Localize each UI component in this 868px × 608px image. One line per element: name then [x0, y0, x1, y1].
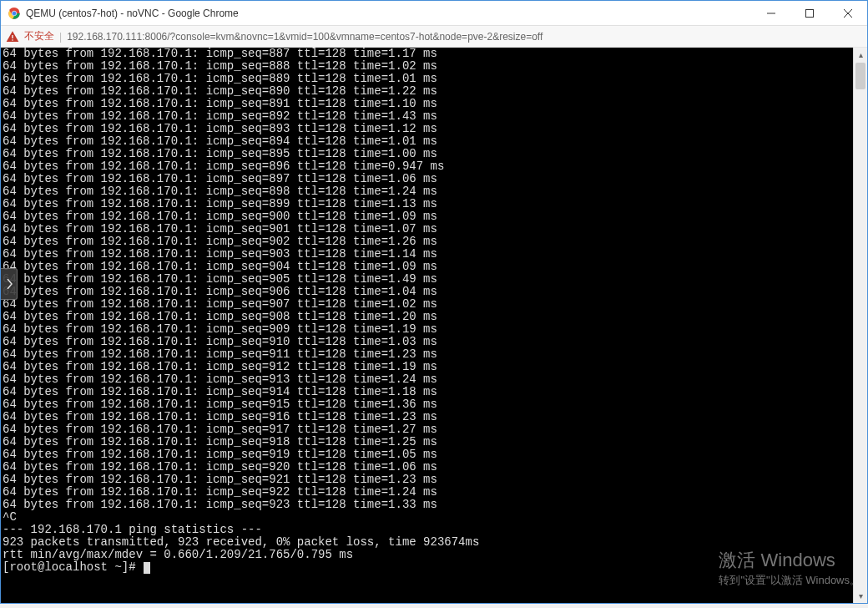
terminal-line: 64 bytes from 192.168.170.1: icmp_seq=89…	[3, 160, 865, 173]
terminal-line: 64 bytes from 192.168.170.1: icmp_seq=88…	[3, 60, 865, 73]
titlebar[interactable]: QEMU (centos7-hot) - noVNC - Google Chro…	[1, 1, 867, 26]
maximize-button[interactable]	[790, 1, 829, 26]
terminal-line: 64 bytes from 192.168.170.1: icmp_seq=90…	[3, 286, 865, 298]
terminal-line: 64 bytes from 192.168.170.1: icmp_seq=90…	[3, 248, 865, 261]
window-title: QEMU (centos7-hot) - noVNC - Google Chro…	[26, 8, 752, 19]
vertical-scrollbar[interactable]: ▴ ▾	[853, 48, 867, 603]
terminal-line: 64 bytes from 192.168.170.1: icmp_seq=90…	[3, 298, 865, 311]
address-bar[interactable]: 不安全 | 192.168.170.111:8006/?console=kvm&…	[1, 26, 867, 48]
terminal-line: 64 bytes from 192.168.170.1: icmp_seq=90…	[3, 210, 865, 223]
terminal-line: 64 bytes from 192.168.170.1: icmp_seq=90…	[3, 323, 865, 336]
terminal-line: 64 bytes from 192.168.170.1: icmp_seq=91…	[3, 348, 865, 361]
chrome-icon	[8, 7, 21, 20]
terminal-line: 64 bytes from 192.168.170.1: icmp_seq=88…	[3, 48, 865, 60]
scroll-thumb[interactable]	[855, 63, 865, 89]
novnc-side-handle[interactable]	[1, 268, 18, 300]
terminal-line: 64 bytes from 192.168.170.1: icmp_seq=89…	[3, 198, 865, 210]
svg-rect-6	[12, 39, 13, 40]
shell-prompt[interactable]: [root@localhost ~]#	[3, 561, 865, 574]
terminal-line: 64 bytes from 192.168.170.1: icmp_seq=89…	[3, 148, 865, 160]
address-separator: |	[59, 31, 62, 43]
terminal-line: 64 bytes from 192.168.170.1: icmp_seq=92…	[3, 474, 865, 486]
terminal-line: 64 bytes from 192.168.170.1: icmp_seq=91…	[3, 361, 865, 373]
vnc-terminal[interactable]: 64 bytes from 192.168.170.1: icmp_seq=88…	[1, 48, 867, 603]
terminal-line: 64 bytes from 192.168.170.1: icmp_seq=91…	[3, 411, 865, 423]
cursor	[144, 562, 150, 574]
terminal-line: 64 bytes from 192.168.170.1: icmp_seq=92…	[3, 499, 865, 511]
url-display[interactable]: 192.168.170.111:8006/?console=kvm&novnc=…	[67, 31, 862, 43]
close-button[interactable]	[829, 1, 867, 26]
terminal-line: 64 bytes from 192.168.170.1: icmp_seq=90…	[3, 236, 865, 248]
terminal-line: 64 bytes from 192.168.170.1: icmp_seq=89…	[3, 185, 865, 198]
scroll-up-button[interactable]: ▴	[854, 48, 867, 62]
terminal-line: 64 bytes from 192.168.170.1: icmp_seq=89…	[3, 123, 865, 135]
insecure-label: 不安全	[24, 29, 54, 43]
terminal-line: 64 bytes from 192.168.170.1: icmp_seq=89…	[3, 110, 865, 123]
svg-rect-4	[806, 9, 814, 17]
terminal-line: 64 bytes from 192.168.170.1: icmp_seq=90…	[3, 261, 865, 273]
terminal-line: 64 bytes from 192.168.170.1: icmp_seq=89…	[3, 173, 865, 185]
terminal-line: 64 bytes from 192.168.170.1: icmp_seq=91…	[3, 373, 865, 386]
chrome-app-window: QEMU (centos7-hot) - noVNC - Google Chro…	[0, 0, 868, 604]
terminal-line: 64 bytes from 192.168.170.1: icmp_seq=92…	[3, 461, 865, 474]
svg-rect-5	[12, 35, 13, 38]
terminal-line: 64 bytes from 192.168.170.1: icmp_seq=90…	[3, 223, 865, 236]
terminal-line: 64 bytes from 192.168.170.1: icmp_seq=91…	[3, 436, 865, 448]
terminal-line: 64 bytes from 192.168.170.1: icmp_seq=89…	[3, 135, 865, 148]
terminal-line: 64 bytes from 192.168.170.1: icmp_seq=89…	[3, 85, 865, 98]
terminal-line: 64 bytes from 192.168.170.1: icmp_seq=90…	[3, 311, 865, 323]
terminal-line: 64 bytes from 192.168.170.1: icmp_seq=90…	[3, 273, 865, 286]
terminal-line: 64 bytes from 192.168.170.1: icmp_seq=91…	[3, 336, 865, 348]
terminal-line: 923 packets transmitted, 923 received, 0…	[3, 536, 865, 549]
minimize-button[interactable]	[752, 1, 790, 26]
insecure-warning-icon	[6, 30, 19, 43]
terminal-line: rtt min/avg/max/mdev = 0.660/1.209/21.76…	[3, 549, 865, 561]
terminal-line: 64 bytes from 192.168.170.1: icmp_seq=91…	[3, 448, 865, 461]
terminal-line: 64 bytes from 192.168.170.1: icmp_seq=92…	[3, 486, 865, 499]
terminal-line: 64 bytes from 192.168.170.1: icmp_seq=89…	[3, 98, 865, 110]
terminal-line: 64 bytes from 192.168.170.1: icmp_seq=91…	[3, 398, 865, 411]
terminal-line: 64 bytes from 192.168.170.1: icmp_seq=88…	[3, 73, 865, 85]
scroll-down-button[interactable]: ▾	[854, 589, 867, 603]
terminal-line: 64 bytes from 192.168.170.1: icmp_seq=91…	[3, 386, 865, 398]
terminal-line: 64 bytes from 192.168.170.1: icmp_seq=91…	[3, 423, 865, 436]
terminal-line: ^C	[3, 511, 865, 524]
terminal-line: --- 192.168.170.1 ping statistics ---	[3, 524, 865, 536]
